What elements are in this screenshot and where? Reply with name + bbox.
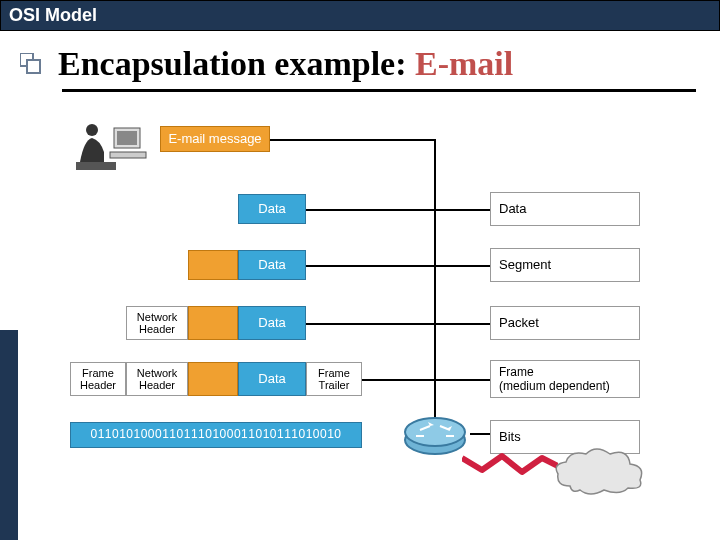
right-label-segment: Segment [490, 248, 640, 282]
svg-point-5 [86, 124, 98, 136]
data-box-layer3: Data [238, 306, 306, 340]
title-emphasis: E-mail [415, 45, 513, 82]
segment-header-placeholder-4 [188, 362, 238, 396]
svg-rect-6 [76, 162, 116, 170]
frame-trailer-box: Frame Trailer [306, 362, 362, 396]
segment-header-placeholder-3 [188, 306, 238, 340]
data-box-layer4: Data [238, 362, 306, 396]
right-label-data: Data [490, 192, 640, 226]
header-title: OSI Model [9, 5, 97, 25]
slide-title: Encapsulation example: E-mail [58, 45, 513, 83]
right-label-packet: Packet [490, 306, 640, 340]
network-header-box-2: Network Header [126, 362, 188, 396]
connector-d4 [362, 379, 434, 381]
data-box-layer1: Data [238, 194, 306, 224]
connector-r1 [436, 209, 490, 211]
svg-rect-4 [110, 152, 146, 158]
connector-r2 [436, 265, 490, 267]
connector-email [270, 139, 436, 141]
connector-d3 [306, 323, 434, 325]
diagram-stage: E-mail message Data Data Network Header … [70, 126, 700, 526]
router-device-icon [400, 406, 470, 462]
connector-r4 [436, 379, 490, 381]
title-underline [62, 89, 696, 92]
connector-r3 [436, 323, 490, 325]
person-at-computer-icon [70, 122, 150, 176]
bits-stream-box: 01101010001101110100011010111010010 [70, 422, 362, 448]
header-bar: OSI Model [0, 0, 720, 31]
title-row: Encapsulation example: E-mail [20, 45, 720, 83]
title-pre: Encapsulation example: [58, 45, 415, 82]
right-label-frame: Frame (medium dependent) [490, 360, 640, 398]
connector-d1 [306, 209, 434, 211]
zigzag-cable-icon [462, 452, 558, 476]
segment-header-box [188, 250, 238, 280]
connector-d2 [306, 265, 434, 267]
left-accent-strip [0, 330, 18, 540]
connector-r5 [470, 433, 490, 435]
svg-rect-1 [27, 60, 40, 73]
network-cloud-icon [550, 446, 650, 496]
vertical-bus-line [434, 140, 436, 424]
square-bullet-icon [20, 53, 42, 75]
data-box-layer2: Data [238, 250, 306, 280]
svg-rect-3 [117, 131, 137, 145]
frame-header-box: Frame Header [70, 362, 126, 396]
svg-point-8 [405, 418, 465, 446]
network-header-box-1: Network Header [126, 306, 188, 340]
email-message-box: E-mail message [160, 126, 270, 152]
